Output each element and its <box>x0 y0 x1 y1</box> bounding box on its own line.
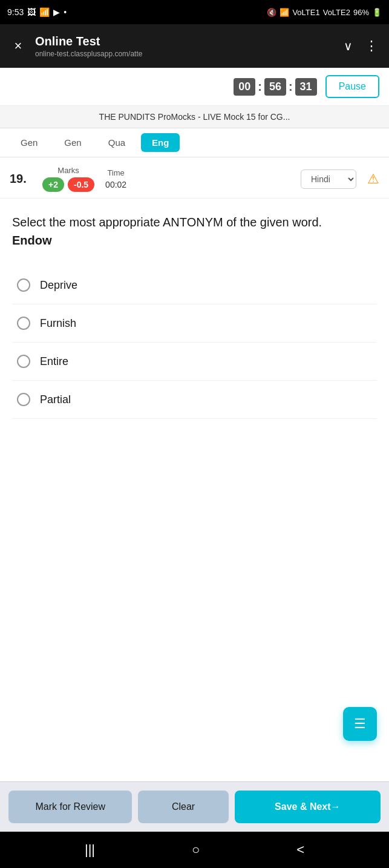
option-radio-4 <box>17 393 30 406</box>
app-title: Online Test <box>35 35 142 48</box>
home-icon[interactable]: ○ <box>192 842 200 858</box>
pause-button[interactable]: Pause <box>325 75 379 98</box>
marks-section: Marks +2 -0.5 <box>42 166 94 192</box>
recents-icon[interactable]: ||| <box>85 842 95 858</box>
time-value: 00:02 <box>105 180 126 189</box>
timer-seconds: 31 <box>295 78 317 96</box>
bottom-action-bar: Mark for Review Clear Save & Next→ <box>0 781 389 832</box>
header-title-block: Online Test online-test.classplusapp.com… <box>35 35 142 58</box>
question-instruction: Select the most appropriate ANTONYM of t… <box>12 215 322 229</box>
option-text-3: Entire <box>40 355 68 368</box>
timer-hours: 00 <box>234 78 255 96</box>
language-selector[interactable]: Hindi English <box>301 169 356 189</box>
timer-minutes: 56 <box>264 78 286 96</box>
question-header: 19. Marks +2 -0.5 Time 00:02 Hindi Engli… <box>0 157 389 199</box>
tab-eng[interactable]: Eng <box>141 133 180 152</box>
mark-for-review-button[interactable]: Mark for Review <box>8 791 132 823</box>
option-radio-2 <box>17 317 30 330</box>
mark-minus-badge: -0.5 <box>68 177 94 192</box>
timer-colon-2: : <box>289 80 293 94</box>
option-item-2[interactable]: Furnish <box>12 304 377 343</box>
lte1-label: VoLTE1 <box>292 8 319 17</box>
timer-display: 00 : 56 : 31 <box>234 78 316 96</box>
option-item-1[interactable]: Deprive <box>12 266 377 304</box>
battery-label: 96% <box>353 8 369 17</box>
lte2-label: VoLTE2 <box>323 8 350 17</box>
test-title-bar: THE PUNDITS ProMocks - LIVE Mock 15 for … <box>0 106 389 128</box>
close-icon: × <box>15 38 22 54</box>
more-options-icon[interactable]: ⋮ <box>365 38 379 54</box>
time-label: Time <box>107 168 124 177</box>
back-icon[interactable]: < <box>296 842 304 858</box>
floating-menu-button[interactable]: ☰ <box>343 707 377 741</box>
option-text-1: Deprive <box>40 279 77 292</box>
test-title: THE PUNDITS ProMocks - LIVE Mock 15 for … <box>99 112 290 122</box>
close-button[interactable]: × <box>10 38 27 54</box>
save-next-button[interactable]: Save & Next→ <box>235 791 381 823</box>
options-list: Deprive Furnish Entire Partial <box>12 266 377 419</box>
option-item-4[interactable]: Partial <box>12 381 377 419</box>
mark-plus-badge: +2 <box>42 177 64 192</box>
question-body: Select the most appropriate ANTONYM of t… <box>0 199 389 429</box>
marks-badges: +2 -0.5 <box>42 177 94 192</box>
browser-header: × Online Test online-test.classplusapp.c… <box>0 24 389 68</box>
status-time: 9:53 🖼 📶 ▶ • <box>7 7 67 17</box>
tab-gen-1[interactable]: Gen <box>10 133 48 152</box>
tab-gen-2[interactable]: Gen <box>53 133 92 152</box>
option-text-2: Furnish <box>40 317 76 330</box>
chevron-down-icon[interactable]: ∨ <box>344 39 353 53</box>
media-icon: ▶ <box>53 7 60 17</box>
question-number: 19. <box>10 172 31 186</box>
alert-icon: ⚠ <box>367 171 379 187</box>
browser-url: online-test.classplusapp.com/atte <box>35 50 142 58</box>
option-radio-3 <box>17 355 30 368</box>
dot-indicator: • <box>64 7 67 17</box>
time-section: Time 00:02 <box>105 168 126 189</box>
navigation-bar: ||| ○ < <box>0 832 389 868</box>
status-bar: 9:53 🖼 📶 ▶ • 🔇 📶 VoLTE1 VoLTE2 96% 🔋 <box>0 0 389 24</box>
tab-qua[interactable]: Qua <box>97 133 136 152</box>
hamburger-icon: ☰ <box>354 716 366 732</box>
header-left: × Online Test online-test.classplusapp.c… <box>10 35 142 58</box>
wifi-icon: 📶 <box>279 8 289 17</box>
marks-label: Marks <box>57 166 79 175</box>
battery-icon: 🔋 <box>372 8 382 17</box>
time-display: 9:53 <box>7 7 24 17</box>
option-text-4: Partial <box>40 393 71 406</box>
option-item-3[interactable]: Entire <box>12 343 377 381</box>
status-indicators: 🔇 📶 VoLTE1 VoLTE2 96% 🔋 <box>267 8 382 17</box>
timer-bar: 00 : 56 : 31 Pause <box>0 68 389 106</box>
question-text: Select the most appropriate ANTONYM of t… <box>12 213 377 249</box>
header-right: ∨ ⋮ <box>344 38 379 54</box>
photo-icon: 🖼 <box>27 7 36 17</box>
mute-icon: 🔇 <box>267 8 276 17</box>
tabs-bar: Gen Gen Qua Eng <box>0 128 389 157</box>
clear-button[interactable]: Clear <box>138 791 228 823</box>
signal-icon: 📶 <box>39 7 50 17</box>
option-radio-1 <box>17 278 30 292</box>
timer-colon-1: : <box>258 80 262 94</box>
question-keyword: Endow <box>12 234 52 247</box>
